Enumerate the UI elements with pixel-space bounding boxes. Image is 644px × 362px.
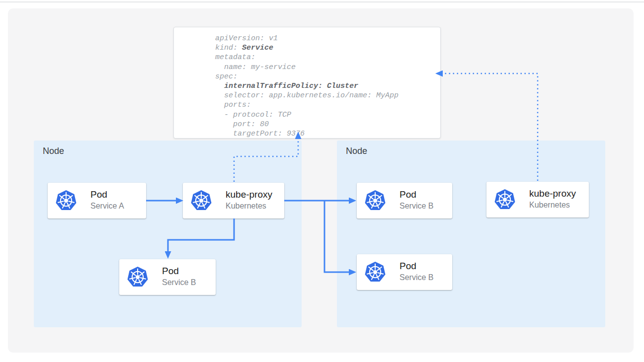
- node-left: Node: [34, 141, 302, 327]
- card-subtitle: Kubernetes: [529, 199, 576, 211]
- card-kube-proxy-right: kube-proxy Kubernetes: [486, 182, 589, 217]
- card-kube-proxy-left: kube-proxy Kubernetes: [183, 183, 284, 218]
- card-title: Pod: [400, 189, 433, 200]
- service-yaml-card: apiVersion: v1 kind: Service metadata: n…: [173, 27, 441, 139]
- kubernetes-icon: [55, 190, 77, 212]
- node-left-label: Node: [43, 146, 64, 156]
- kubernetes-icon: [494, 189, 516, 211]
- card-pod-service-b-left: Pod Service B: [119, 259, 216, 295]
- card-subtitle: Service B: [162, 277, 196, 288]
- card-title: Pod: [90, 189, 124, 200]
- card-title: kube-proxy: [226, 189, 272, 200]
- card-subtitle: Service B: [400, 200, 433, 212]
- diagram-panel: apiVersion: v1 kind: Service metadata: n…: [8, 8, 634, 353]
- card-subtitle: Service B: [400, 272, 433, 283]
- card-title: kube-proxy: [529, 188, 576, 199]
- card-pod-service-b-right-2: Pod Service B: [357, 254, 452, 290]
- card-pod-service-a: Pod Service A: [48, 183, 146, 218]
- kubernetes-icon: [364, 261, 386, 283]
- card-title: Pod: [162, 265, 196, 277]
- kubernetes-icon: [190, 190, 212, 212]
- card-subtitle: Service A: [90, 200, 124, 212]
- node-right: Node: [337, 141, 605, 327]
- kubernetes-icon: [364, 190, 386, 212]
- card-subtitle: Kubernetes: [226, 200, 272, 212]
- card-title: Pod: [400, 260, 433, 272]
- top-divider: [0, 1, 644, 2]
- kubernetes-icon: [127, 266, 149, 288]
- node-right-label: Node: [346, 146, 367, 156]
- service-yaml-code: apiVersion: v1 kind: Service metadata: n…: [174, 27, 440, 139]
- card-pod-service-b-right-1: Pod Service B: [357, 183, 452, 218]
